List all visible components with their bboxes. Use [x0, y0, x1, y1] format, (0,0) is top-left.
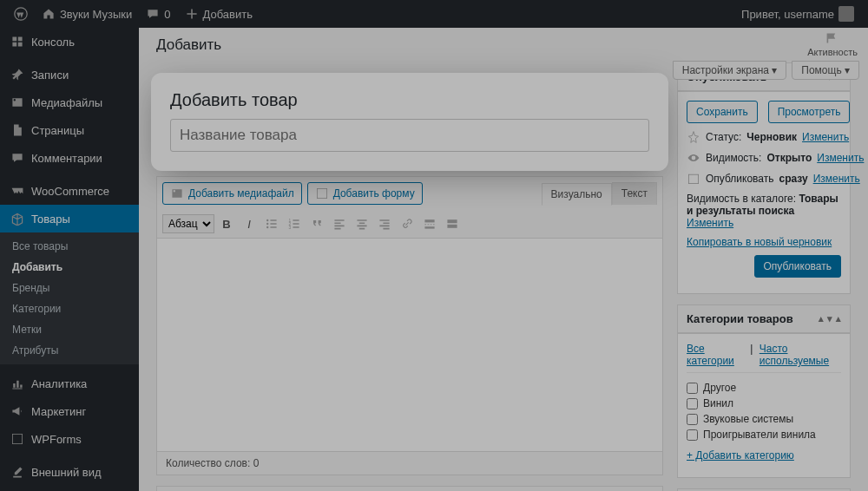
sidebar-item-mega[interactable]: Маркетинг	[0, 397, 139, 425]
paragraph-select[interactable]: Абзац	[162, 214, 214, 233]
categories-panel-header: Категории товаров▴▾▴	[677, 304, 851, 333]
home-icon	[42, 7, 56, 21]
category-checkbox[interactable]: Проигрыватели винила	[687, 427, 841, 442]
new-content[interactable]: Добавить	[178, 0, 260, 28]
sidebar-sub-item[interactable]: Бренды	[0, 278, 139, 298]
more-button[interactable]	[419, 213, 440, 234]
add-product-heading: Добавить товар	[170, 90, 649, 110]
tab-all-categories[interactable]: Все категории	[687, 343, 742, 367]
tab-text[interactable]: Текст	[612, 182, 657, 205]
ul-button[interactable]	[261, 213, 282, 234]
link-icon	[400, 217, 414, 231]
user-greeting[interactable]: Привет, username	[734, 0, 861, 28]
tab-visual[interactable]: Визуально	[542, 183, 612, 206]
edit-visibility-link[interactable]: Изменить	[817, 152, 864, 164]
plus-icon	[185, 7, 199, 21]
brush-icon	[10, 465, 24, 479]
sidebar-item-product[interactable]: Товары	[0, 205, 139, 232]
sidebar-item-plug[interactable]: Плагины	[0, 486, 139, 491]
wp-logo[interactable]	[7, 0, 35, 28]
add-form-button[interactable]: Добавить форму	[307, 182, 423, 205]
svg-point-7	[266, 226, 268, 228]
align-left-icon	[332, 217, 346, 231]
form-icon	[10, 432, 24, 446]
bold-button[interactable]: B	[216, 213, 237, 234]
align-left-button[interactable]	[329, 213, 350, 234]
category-checkbox[interactable]: Винил	[687, 396, 841, 411]
admin-topbar: Звуки Музыки 0 Добавить Привет, username	[0, 0, 868, 28]
site-name: Звуки Музыки	[60, 8, 132, 21]
align-right-button[interactable]	[374, 213, 395, 234]
save-draft-button[interactable]: Сохранить	[687, 101, 758, 123]
align-center-icon	[355, 217, 369, 231]
avatar	[838, 6, 854, 22]
add-category-link[interactable]: + Добавить категорию	[687, 449, 794, 462]
svg-rect-15	[688, 174, 698, 183]
help-toggle[interactable]: Помощь ▾	[792, 61, 859, 80]
woo-icon	[10, 184, 24, 198]
sidebar-sub-item[interactable]: Добавить	[0, 257, 139, 278]
admin-sidebar: КонсольЗаписиМедиафайлыСтраницыКомментар…	[0, 28, 139, 491]
list-ol-icon: 123	[287, 217, 301, 231]
sidebar-sub-item[interactable]: Атрибуты	[0, 340, 139, 361]
eye-icon	[687, 151, 700, 165]
word-count: Количество слов: 0	[156, 452, 663, 475]
toolbar-toggle-button[interactable]	[442, 213, 463, 234]
format-toolbar: Абзац B I 123	[156, 210, 663, 239]
svg-point-5	[266, 219, 268, 221]
align-center-button[interactable]	[352, 213, 372, 234]
product-icon	[10, 212, 24, 226]
readmore-icon	[423, 217, 437, 231]
link-button[interactable]	[397, 213, 418, 234]
sidebar-item-comment[interactable]: Комментарии	[0, 144, 139, 172]
sidebar-item-pin[interactable]: Записи	[0, 61, 139, 88]
screen-options-toggle[interactable]: Настройки экрана ▾	[673, 61, 787, 80]
dash-icon	[10, 35, 24, 49]
preview-button[interactable]: Просмотреть	[768, 101, 851, 123]
tab-freq-categories[interactable]: Часто используемые	[760, 343, 841, 367]
product-data-panel: Данные товара — Простой товар Виртуальны…	[156, 486, 663, 491]
svg-rect-12	[424, 226, 434, 228]
sidebar-sub-item[interactable]: Метки	[0, 319, 139, 340]
ol-button[interactable]: 123	[284, 213, 305, 234]
sidebar-item-media[interactable]: Медиафайлы	[0, 88, 139, 116]
list-ul-icon	[265, 217, 279, 231]
add-media-button[interactable]: Добавить медиафайл	[162, 182, 302, 205]
edit-catalog-link[interactable]: Изменить	[687, 217, 733, 229]
svg-rect-13	[447, 219, 457, 223]
sidebar-sub-item[interactable]: Категории	[0, 298, 139, 319]
editor-area[interactable]	[156, 239, 663, 452]
svg-rect-14	[447, 225, 457, 228]
site-home[interactable]: Звуки Музыки	[35, 0, 139, 28]
edit-status-link[interactable]: Изменить	[802, 131, 849, 143]
edit-schedule-link[interactable]: Изменить	[813, 173, 860, 185]
italic-button[interactable]: I	[239, 213, 260, 234]
sidebar-item-page[interactable]: Страницы	[0, 116, 139, 144]
sidebar-item-woo[interactable]: WooCommerce	[0, 177, 139, 205]
sidebar-item-brush[interactable]: Внешний вид	[0, 458, 139, 486]
svg-rect-4	[317, 188, 326, 198]
quote-icon	[310, 217, 324, 231]
svg-rect-11	[424, 219, 434, 222]
sidebar-item-form[interactable]: WPForms	[0, 425, 139, 453]
media-icon	[170, 187, 184, 200]
sidebar-item-dash[interactable]: Консоль	[0, 28, 139, 56]
svg-rect-1	[12, 434, 22, 443]
product-title-input[interactable]	[170, 119, 649, 152]
sidebar-item-chart[interactable]: Аналитика	[0, 370, 139, 397]
copy-draft-link[interactable]: Копировать в новый черновик	[687, 236, 832, 248]
kitchen-sink-icon	[445, 217, 459, 231]
add-product-highlight: Добавить товар	[156, 78, 663, 166]
publish-button[interactable]: Опубликовать	[754, 255, 841, 278]
page-icon	[10, 123, 24, 137]
page-title: Добавить	[156, 36, 221, 54]
category-checkbox[interactable]: Звуковые системы	[687, 411, 841, 427]
comments-count[interactable]: 0	[139, 0, 177, 28]
editor-toolbar: Добавить медиафайл Добавить форму Визуал…	[156, 176, 663, 210]
mega-icon	[10, 404, 24, 418]
chart-icon	[10, 376, 24, 390]
sidebar-sub-item[interactable]: Все товары	[0, 236, 139, 257]
quote-button[interactable]	[306, 213, 327, 234]
category-checkbox[interactable]: Другое	[687, 380, 841, 396]
activity-button[interactable]: Активность	[807, 31, 858, 57]
